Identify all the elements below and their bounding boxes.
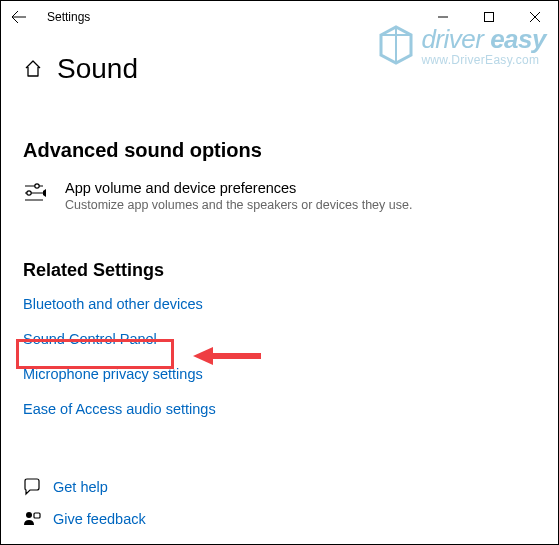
back-button[interactable]: [9, 7, 29, 27]
svg-point-5: [26, 512, 32, 518]
advanced-heading: Advanced sound options: [23, 139, 536, 162]
home-icon[interactable]: [23, 59, 43, 79]
minimize-button[interactable]: [420, 1, 466, 33]
link-sound-control-panel[interactable]: Sound Control Panel: [23, 331, 157, 347]
svg-point-1: [35, 184, 39, 188]
link-mic-privacy[interactable]: Microphone privacy settings: [23, 366, 203, 382]
get-help-link[interactable]: Get help: [23, 478, 146, 496]
link-ease-of-access[interactable]: Ease of Access audio settings: [23, 401, 216, 417]
minimize-icon: [438, 12, 448, 22]
close-button[interactable]: [512, 1, 558, 33]
pref-desc: Customize app volumes and the speakers o…: [65, 198, 412, 212]
app-title: Settings: [47, 10, 90, 24]
page-header: Sound: [1, 33, 558, 93]
svg-rect-0: [485, 13, 494, 22]
chat-icon: [23, 478, 41, 496]
page-title: Sound: [57, 53, 138, 85]
svg-point-2: [27, 191, 31, 195]
maximize-button[interactable]: [466, 1, 512, 33]
footer-links: Get help Give feedback: [23, 478, 146, 528]
window-controls: [420, 1, 558, 33]
link-bluetooth[interactable]: Bluetooth and other devices: [23, 296, 203, 312]
app-volume-preferences[interactable]: App volume and device preferences Custom…: [23, 180, 536, 212]
get-help-label: Get help: [53, 479, 108, 495]
titlebar: Settings: [1, 1, 558, 33]
pref-title: App volume and device preferences: [65, 180, 412, 196]
related-heading: Related Settings: [23, 260, 536, 281]
give-feedback-link[interactable]: Give feedback: [23, 510, 146, 528]
feedback-icon: [23, 510, 41, 528]
maximize-icon: [484, 12, 494, 22]
feedback-label: Give feedback: [53, 511, 146, 527]
close-icon: [530, 12, 540, 22]
content-area: Advanced sound options App volume and de…: [1, 139, 558, 435]
back-arrow-icon: [11, 9, 27, 25]
svg-rect-6: [34, 513, 40, 518]
sliders-icon: [23, 180, 49, 206]
